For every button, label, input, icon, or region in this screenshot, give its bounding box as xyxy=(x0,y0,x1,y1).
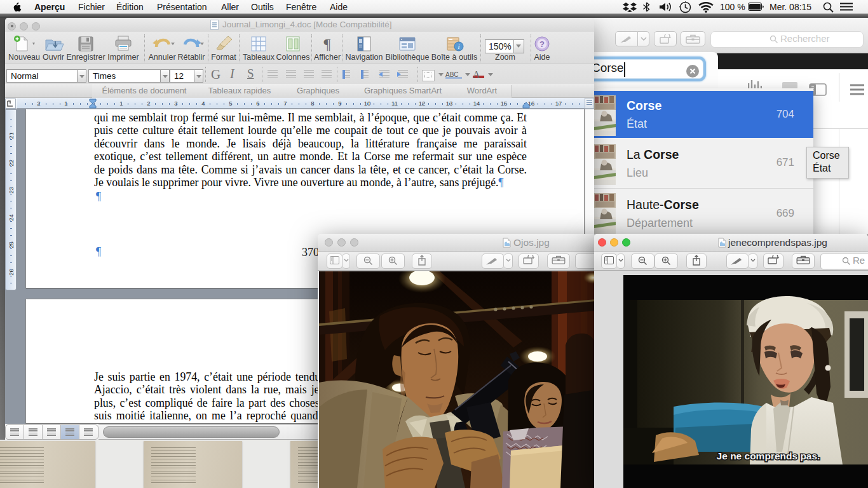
svg-text:Je ne comprends pas.: Je ne comprends pas. xyxy=(717,451,820,461)
svg-text:i: i xyxy=(458,43,459,50)
svg-text:¶: ¶ xyxy=(324,36,331,52)
svg-text:?: ? xyxy=(539,39,545,49)
